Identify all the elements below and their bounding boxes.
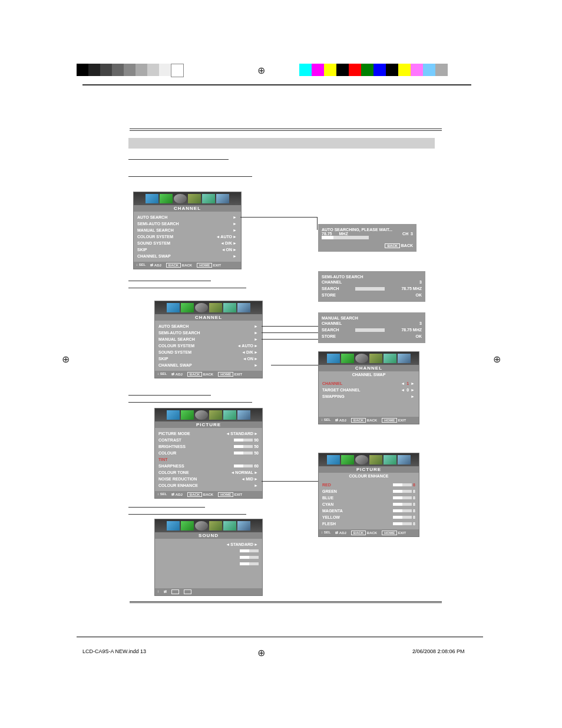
menu-item-colour-system[interactable]: COLOUR SYSTEM◄AUTO► <box>158 342 259 349</box>
menu-item-manual[interactable]: MANUAL SEARCH► <box>137 227 237 233</box>
lock-tab-icon[interactable] <box>216 194 229 203</box>
osd-title: CHANNEL <box>134 205 241 212</box>
enhance-red[interactable]: RED 8 <box>322 482 415 488</box>
connector-line <box>271 365 318 365</box>
menu-item-skip[interactable]: SKIP◄ON► <box>137 246 237 253</box>
menu-item-semi-auto[interactable]: SEMI-AUTO SEARCH► <box>137 220 237 227</box>
channel-osd-menu-2[interactable]: CHANNEL AUTO SEARCH► SEMI-AUTO SEARCH► M… <box>154 301 263 378</box>
swap-row-swapping[interactable]: SWAPPING► <box>322 393 415 400</box>
option-tab-icon[interactable] <box>223 410 236 420</box>
picture-tab-icon[interactable] <box>160 194 173 203</box>
picture-tab-icon[interactable] <box>341 455 354 465</box>
lock-tab-icon[interactable] <box>398 354 411 363</box>
channel-tab-icon[interactable] <box>327 455 340 465</box>
sharpness[interactable]: SHARPNESS 60 <box>158 463 259 469</box>
back-button[interactable]: BACK <box>385 243 399 248</box>
option-tab-icon[interactable] <box>223 303 236 312</box>
enhance-magenta[interactable]: MAGENTA 8 <box>322 508 415 514</box>
row-channel[interactable]: CHANNEL3 <box>322 320 422 327</box>
time-tab-icon[interactable] <box>209 521 222 531</box>
time-tab-icon[interactable] <box>369 354 382 363</box>
osd-footer: ↕ SEL⇄ ADJBACK BACKHOME EXIT <box>155 491 262 498</box>
lock-tab-icon[interactable] <box>237 303 250 312</box>
registration-mark-icon: ⊕ <box>62 354 70 365</box>
sound-tab-icon[interactable] <box>195 521 208 531</box>
channel-tab-icon[interactable] <box>167 303 180 312</box>
sound-tab-icon[interactable] <box>355 455 368 465</box>
time-tab-icon[interactable] <box>369 455 382 465</box>
picture-tab-icon[interactable] <box>341 354 354 363</box>
row-store[interactable]: STOREOK <box>322 292 422 298</box>
sound-slider-3[interactable] <box>158 561 259 567</box>
row-store[interactable]: STOREOK <box>322 333 422 340</box>
swap-row-channel[interactable]: CHANNEL◄ 1 ► <box>322 380 415 387</box>
row-search[interactable]: SEARCH78.75 MHZ <box>322 327 422 333</box>
sound-slider-2[interactable] <box>158 554 259 561</box>
picture-tab-icon[interactable] <box>181 303 194 312</box>
lock-tab-icon[interactable] <box>237 521 250 531</box>
sound-tab-icon[interactable] <box>195 303 208 312</box>
channel-osd-menu[interactable]: CHANNEL AUTO SEARCH► SEMI-AUTO SEARCH► M… <box>133 192 242 269</box>
option-tab-icon[interactable] <box>384 455 396 465</box>
osd-footer: ↕ SEL⇄ ADJBACK BACKHOME EXIT <box>319 417 419 424</box>
picture-tab-icon[interactable] <box>181 410 194 420</box>
menu-item-auto-search[interactable]: AUTO SEARCH► <box>137 214 237 220</box>
sound-slider-1[interactable] <box>158 548 259 554</box>
enhance-blue[interactable]: BLUE 8 <box>322 495 415 501</box>
osd-tabs <box>319 352 419 365</box>
channel-tab-icon[interactable] <box>167 521 180 531</box>
menu-item-manual[interactable]: MANUAL SEARCH► <box>158 336 259 342</box>
enhance-flesh[interactable]: FLESH 8 <box>322 521 415 527</box>
time-tab-icon[interactable] <box>209 410 222 420</box>
colour-enhance-osd[interactable]: PICTURE COLOUR ENHANCE RED 8 GREEN 8 BLU… <box>318 453 419 537</box>
row-search[interactable]: SEARCH78.75 MHZ <box>322 285 422 292</box>
osd-footer: ↕ SEL⇄ ADJBACK BACKHOME EXIT <box>319 529 419 536</box>
footer-date: 2/06/2008 2:08:06 PM <box>412 648 465 654</box>
time-tab-icon[interactable] <box>209 303 222 312</box>
menu-item-channel-swap[interactable]: CHANNEL SWAP► <box>158 362 259 368</box>
lock-tab-icon[interactable] <box>237 410 250 420</box>
colour[interactable]: COLOUR 50 <box>158 450 259 456</box>
picture-osd-menu[interactable]: PICTURE PICTURE MODE◄STANDARD► CONTRAST … <box>154 408 263 499</box>
sound-tab-icon[interactable] <box>174 194 187 203</box>
sound-tab-icon[interactable] <box>355 354 368 363</box>
enhance-cyan[interactable]: CYAN 8 <box>322 501 415 508</box>
contrast[interactable]: CONTRAST 90 <box>158 437 259 443</box>
menu-item-channel-swap[interactable]: CHANNEL SWAP► <box>137 253 237 259</box>
sound-tab-icon[interactable] <box>195 410 208 420</box>
channel-swap-osd[interactable]: CHANNEL CHANNEL SWAP CHANNEL◄ 1 ► TARGET… <box>318 351 419 424</box>
time-tab-icon[interactable] <box>188 194 201 203</box>
popup-title: AUTO SEARCHING, PLEASE WAIT... <box>322 228 413 232</box>
menu-item-colour-system[interactable]: COLOUR SYSTEM◄AUTO► <box>137 233 237 240</box>
brightness[interactable]: BRIGHTNESS 50 <box>158 443 259 450</box>
option-tab-icon[interactable] <box>384 354 396 363</box>
option-tab-icon[interactable] <box>202 194 215 203</box>
footer-filename: LCD-CA9S-A NEW.indd 13 <box>82 648 146 654</box>
row-channel[interactable]: CHANNEL3 <box>322 279 422 285</box>
menu-item-sound-system[interactable]: SOUND SYSTEM◄D/K► <box>137 240 237 246</box>
picture-mode[interactable]: PICTURE MODE◄STANDARD► <box>158 430 259 437</box>
menu-item-skip[interactable]: SKIP◄ON► <box>158 355 259 362</box>
channel-tab-icon[interactable] <box>167 410 180 420</box>
colour-enhance[interactable]: COLOUR ENHANCE► <box>158 482 259 489</box>
connector-line <box>262 332 318 333</box>
enhance-green[interactable]: GREEN 8 <box>322 488 415 495</box>
lock-tab-icon[interactable] <box>398 455 411 465</box>
picture-tab-icon[interactable] <box>181 521 194 531</box>
sound-osd-menu[interactable]: SOUND ◄STANDARD► ↕⇄ <box>154 519 263 596</box>
auto-search-popup: AUTO SEARCHING, PLEASE WAIT... 78.75MHZC… <box>318 224 416 252</box>
connector-line <box>317 217 318 230</box>
noise-reduction[interactable]: NOISE REDUCTION◄MID► <box>158 476 259 482</box>
menu-item-semi-auto[interactable]: SEMI-AUTO SEARCH► <box>158 330 259 336</box>
channel-tab-icon[interactable] <box>146 194 158 203</box>
sound-mode[interactable]: ◄STANDARD► <box>158 541 259 548</box>
page-content <box>128 130 441 180</box>
menu-item-sound-system[interactable]: SOUND SYSTEM◄D/K► <box>158 349 259 355</box>
channel-tab-icon[interactable] <box>327 354 340 363</box>
option-tab-icon[interactable] <box>223 521 236 531</box>
swap-row-target[interactable]: TARGET CHANNEL◄ 0 ► <box>322 387 415 393</box>
underline-text <box>128 501 205 508</box>
enhance-yellow[interactable]: YELLOW 8 <box>322 514 415 521</box>
colour-tone[interactable]: COLOUR TONE◄NORMAL► <box>158 469 259 476</box>
menu-item-auto-search[interactable]: AUTO SEARCH► <box>158 323 259 330</box>
